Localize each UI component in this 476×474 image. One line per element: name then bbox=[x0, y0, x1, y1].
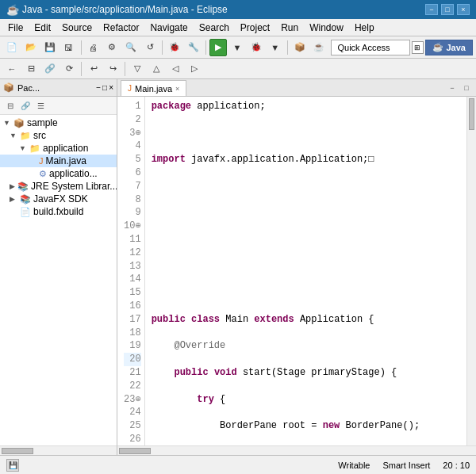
src-arrow: ▼ bbox=[10, 132, 17, 140]
prev-ann-btn[interactable]: △ bbox=[148, 60, 165, 78]
save-button[interactable]: 💾 bbox=[41, 39, 59, 56]
tree-node-jre[interactable]: ▶ 📚 JRE System Librar... bbox=[0, 180, 117, 193]
status-save-icon[interactable]: 💾 bbox=[6, 459, 19, 472]
editor-scrollbar-thumb[interactable] bbox=[469, 98, 474, 130]
debug-button[interactable]: 🐞 bbox=[166, 39, 183, 56]
external-tools-btn[interactable]: 🔧 bbox=[185, 39, 202, 56]
ln-16: 16 bbox=[124, 300, 141, 313]
menu-file[interactable]: File bbox=[3, 21, 28, 35]
debug-last-btn[interactable]: 🐞 bbox=[248, 39, 265, 56]
editor-maximize-btn[interactable]: □ bbox=[460, 82, 473, 94]
editor-tab-mainjava[interactable]: J Main.java × bbox=[121, 80, 186, 96]
code-editor[interactable]: 1 2 3⊕ 4 5 6 7 8 9 10⊕ 11 12 13 14 15 16… bbox=[117, 97, 476, 445]
title-bar-left: ☕ Java - sample/src/application/Main.jav… bbox=[6, 4, 228, 16]
java-label: Java bbox=[446, 43, 465, 52]
pkg-btn[interactable]: 📦 bbox=[291, 39, 309, 56]
link-btn[interactable]: 🔗 bbox=[41, 60, 59, 78]
tree-node-application[interactable]: ▼ 📁 application bbox=[0, 142, 117, 155]
menu-help[interactable]: Help bbox=[350, 21, 379, 35]
undo-btn[interactable]: ↩ bbox=[85, 60, 102, 78]
minimize-button[interactable]: − bbox=[425, 4, 438, 15]
ln-8: 8 bbox=[124, 193, 141, 207]
pe-menu-btn[interactable]: ☰ bbox=[33, 98, 48, 113]
run-last-btn[interactable]: ▼ bbox=[228, 39, 246, 56]
redo-btn[interactable]: ↪ bbox=[104, 60, 121, 78]
editor-scrollbar[interactable] bbox=[466, 97, 476, 445]
appconfig-icon: ⚙ bbox=[39, 169, 47, 179]
application-icon: 📁 bbox=[29, 143, 40, 154]
ln-13: 13 bbox=[124, 260, 141, 273]
ln-20: 20 bbox=[124, 353, 141, 366]
ln-3: 3⊕ bbox=[124, 127, 141, 140]
menu-search[interactable]: Search bbox=[194, 21, 234, 35]
close-button[interactable]: × bbox=[457, 4, 470, 15]
next-ann-btn[interactable]: ▽ bbox=[129, 60, 146, 78]
java-perspective-button[interactable]: ☕ Java bbox=[425, 40, 472, 55]
menu-navigate[interactable]: Navigate bbox=[145, 21, 192, 35]
quick-access-input[interactable]: Quick Access bbox=[331, 40, 410, 55]
prev-edit-btn[interactable]: ← bbox=[3, 60, 21, 78]
tree-node-appconfig[interactable]: ⚙ applicatio... bbox=[0, 167, 117, 180]
refresh-btn[interactable]: ↺ bbox=[141, 39, 159, 56]
save-all-button[interactable]: 🖫 bbox=[60, 39, 78, 56]
javafx-label: JavaFX SDK bbox=[33, 193, 88, 205]
toolbar-separator-4 bbox=[287, 40, 288, 55]
code-ln-8 bbox=[152, 286, 460, 300]
tree-node-sample[interactable]: ▼ 📦 sample bbox=[0, 117, 117, 129]
tree-node-src[interactable]: ▼ 📁 src bbox=[0, 129, 117, 142]
run-btn[interactable]: ⚙ bbox=[104, 39, 121, 56]
sample-icon: 📦 bbox=[13, 118, 25, 128]
ln-10: 10⊕ bbox=[124, 220, 141, 233]
code-ln-3: import javafx.application.Application;□ bbox=[152, 153, 460, 166]
menu-refactor[interactable]: Refactor bbox=[98, 21, 144, 35]
code-ln-5 bbox=[152, 206, 460, 220]
menu-project[interactable]: Project bbox=[236, 21, 274, 35]
appconfig-label: applicatio... bbox=[49, 168, 98, 179]
ln-22: 22 bbox=[124, 380, 141, 393]
sync-btn[interactable]: ⟳ bbox=[60, 60, 78, 78]
pe-minimize-btn[interactable]: − bbox=[96, 83, 101, 92]
editor-scrollbar-h-thumb[interactable] bbox=[119, 448, 151, 454]
menu-source[interactable]: Source bbox=[57, 21, 97, 35]
pe-maximize-btn[interactable]: □ bbox=[102, 83, 107, 92]
title-bar-controls[interactable]: − □ × bbox=[425, 4, 470, 15]
new-button[interactable]: 📄 bbox=[3, 39, 21, 56]
editor-minimize-btn[interactable]: − bbox=[446, 82, 459, 94]
editor-tab-bar: J Main.java × − □ bbox=[117, 79, 476, 97]
code-content[interactable]: package application; import javafx.appli… bbox=[145, 97, 466, 445]
menu-window[interactable]: Window bbox=[305, 21, 348, 35]
debug-dropdown-btn[interactable]: ▼ bbox=[267, 39, 284, 56]
pe-collapse-btn[interactable]: ⊟ bbox=[3, 98, 17, 113]
toolbar1: 📄 📂 💾 🖫 🖨 ⚙ 🔍 ↺ 🐞 🔧 ▶ ▼ 🐞 ▼ 📦 ☕ Quick Ac… bbox=[0, 36, 476, 59]
pe-scrollbar-thumb[interactable] bbox=[2, 448, 33, 454]
tab-close-icon[interactable]: × bbox=[175, 85, 179, 93]
editor-scrollbar-h[interactable] bbox=[117, 445, 476, 455]
last-edit-btn[interactable]: ◁ bbox=[167, 60, 184, 78]
pe-scrollbar-h[interactable] bbox=[0, 445, 117, 455]
pe-close-btn[interactable]: × bbox=[109, 83, 113, 92]
java-icon-btn[interactable]: ☕ bbox=[310, 39, 328, 56]
run-program-button[interactable]: ▶ bbox=[209, 39, 227, 56]
open-button[interactable]: 📂 bbox=[22, 39, 40, 56]
status-bar: 💾 Writable Smart Insert 20 : 10 bbox=[0, 455, 476, 474]
pe-header-left: 📦 Pac... bbox=[3, 82, 40, 93]
pe-link-btn[interactable]: 🔗 bbox=[18, 98, 33, 113]
tree-node-buildfx[interactable]: 📄 build.fxbuild bbox=[0, 205, 117, 218]
print-button[interactable]: 🖨 bbox=[85, 39, 102, 56]
ln-25: 25 bbox=[124, 419, 141, 433]
mainjava-icon: J bbox=[39, 156, 44, 166]
ln-21: 21 bbox=[124, 366, 141, 380]
tree-node-javafx[interactable]: ▶ 📚 JavaFX SDK bbox=[0, 193, 117, 205]
ln-5: 5 bbox=[124, 153, 141, 166]
menu-edit[interactable]: Edit bbox=[29, 21, 56, 35]
next-edit-btn[interactable]: ▷ bbox=[186, 60, 203, 78]
search-btn[interactable]: 🔍 bbox=[122, 39, 140, 56]
ln-17: 17 bbox=[124, 313, 141, 327]
perspective-icon[interactable]: ⊞ bbox=[412, 41, 424, 54]
collapse-all-btn[interactable]: ⊟ bbox=[22, 60, 40, 78]
toolbar-separator-2 bbox=[162, 40, 163, 55]
ln-18: 18 bbox=[124, 327, 141, 340]
tree-node-mainjava[interactable]: J Main.java bbox=[0, 155, 117, 167]
menu-run[interactable]: Run bbox=[276, 21, 303, 35]
maximize-button[interactable]: □ bbox=[441, 4, 454, 15]
